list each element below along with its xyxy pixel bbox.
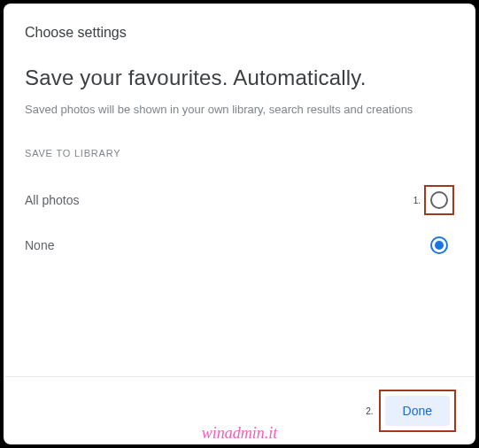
highlight-box-1 (424, 185, 454, 215)
dialog-header: Choose settings (4, 4, 475, 51)
subtext: Saved photos will be shown in your own l… (25, 103, 454, 116)
settings-dialog: Choose settings Save your favourites. Au… (4, 4, 475, 444)
headline: Save your favourites. Automatically. (25, 66, 454, 90)
radio-none[interactable] (430, 236, 448, 254)
dialog-title: Choose settings (25, 25, 454, 41)
annotation-1: 1. (413, 196, 421, 205)
radio-row-all-photos[interactable]: All photos 1. (25, 174, 454, 226)
radio-row-none[interactable]: None (25, 226, 454, 265)
annotation-2: 2. (366, 406, 373, 416)
radio-all-photos[interactable] (430, 191, 448, 209)
highlight-box-2: Done (379, 390, 456, 432)
done-button[interactable]: Done (385, 396, 450, 426)
radio-label: None (25, 238, 54, 252)
dialog-body[interactable]: Save your favourites. Automatically. Sav… (4, 51, 475, 376)
radio-label: All photos (25, 193, 79, 207)
section-label: SAVE TO LIBRARY (25, 148, 454, 158)
dialog-footer: 2. Done (4, 376, 475, 444)
